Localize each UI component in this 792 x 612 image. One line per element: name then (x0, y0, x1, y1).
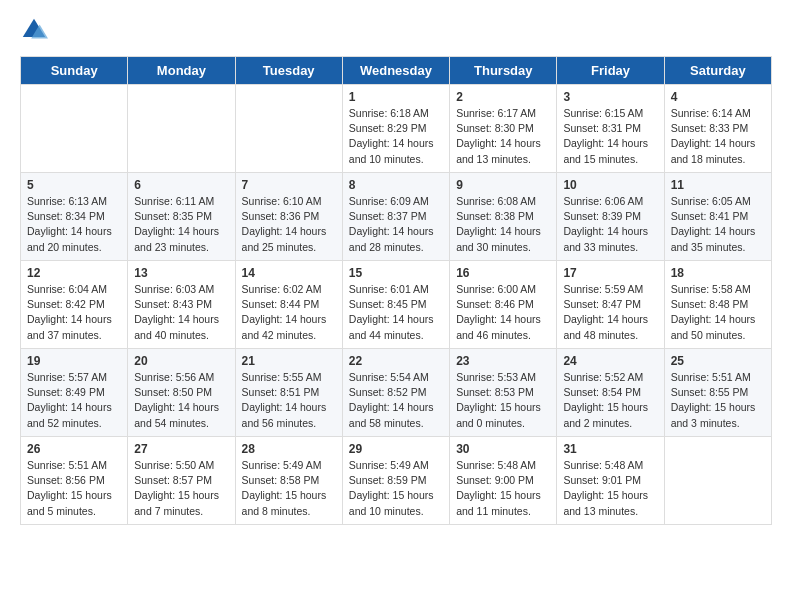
calendar-cell: 30Sunrise: 5:48 AM Sunset: 9:00 PM Dayli… (450, 437, 557, 525)
calendar-cell: 4Sunrise: 6:14 AM Sunset: 8:33 PM Daylig… (664, 85, 771, 173)
day-info: Sunrise: 5:51 AM Sunset: 8:55 PM Dayligh… (671, 370, 765, 431)
calendar-cell (128, 85, 235, 173)
day-info: Sunrise: 6:13 AM Sunset: 8:34 PM Dayligh… (27, 194, 121, 255)
day-info: Sunrise: 6:06 AM Sunset: 8:39 PM Dayligh… (563, 194, 657, 255)
day-info: Sunrise: 6:08 AM Sunset: 8:38 PM Dayligh… (456, 194, 550, 255)
calendar-cell: 17Sunrise: 5:59 AM Sunset: 8:47 PM Dayli… (557, 261, 664, 349)
day-number: 18 (671, 266, 765, 280)
day-of-week-header: Tuesday (235, 57, 342, 85)
calendar-cell: 10Sunrise: 6:06 AM Sunset: 8:39 PM Dayli… (557, 173, 664, 261)
day-number: 19 (27, 354, 121, 368)
day-number: 9 (456, 178, 550, 192)
day-info: Sunrise: 5:49 AM Sunset: 8:59 PM Dayligh… (349, 458, 443, 519)
day-number: 29 (349, 442, 443, 456)
calendar-cell: 21Sunrise: 5:55 AM Sunset: 8:51 PM Dayli… (235, 349, 342, 437)
day-number: 24 (563, 354, 657, 368)
logo (20, 16, 52, 44)
day-info: Sunrise: 5:57 AM Sunset: 8:49 PM Dayligh… (27, 370, 121, 431)
calendar-cell (664, 437, 771, 525)
calendar-cell: 25Sunrise: 5:51 AM Sunset: 8:55 PM Dayli… (664, 349, 771, 437)
day-info: Sunrise: 5:51 AM Sunset: 8:56 PM Dayligh… (27, 458, 121, 519)
day-info: Sunrise: 5:48 AM Sunset: 9:00 PM Dayligh… (456, 458, 550, 519)
calendar-cell: 1Sunrise: 6:18 AM Sunset: 8:29 PM Daylig… (342, 85, 449, 173)
calendar-cell: 23Sunrise: 5:53 AM Sunset: 8:53 PM Dayli… (450, 349, 557, 437)
day-info: Sunrise: 5:48 AM Sunset: 9:01 PM Dayligh… (563, 458, 657, 519)
page-header (20, 16, 772, 44)
day-number: 7 (242, 178, 336, 192)
calendar-week-row: 5Sunrise: 6:13 AM Sunset: 8:34 PM Daylig… (21, 173, 772, 261)
day-info: Sunrise: 5:53 AM Sunset: 8:53 PM Dayligh… (456, 370, 550, 431)
day-info: Sunrise: 6:09 AM Sunset: 8:37 PM Dayligh… (349, 194, 443, 255)
calendar-header-row: SundayMondayTuesdayWednesdayThursdayFrid… (21, 57, 772, 85)
day-number: 3 (563, 90, 657, 104)
calendar-cell: 24Sunrise: 5:52 AM Sunset: 8:54 PM Dayli… (557, 349, 664, 437)
logo-icon (20, 16, 48, 44)
day-number: 28 (242, 442, 336, 456)
day-number: 17 (563, 266, 657, 280)
day-info: Sunrise: 6:01 AM Sunset: 8:45 PM Dayligh… (349, 282, 443, 343)
calendar-cell: 8Sunrise: 6:09 AM Sunset: 8:37 PM Daylig… (342, 173, 449, 261)
day-number: 10 (563, 178, 657, 192)
calendar-cell: 31Sunrise: 5:48 AM Sunset: 9:01 PM Dayli… (557, 437, 664, 525)
calendar-cell: 19Sunrise: 5:57 AM Sunset: 8:49 PM Dayli… (21, 349, 128, 437)
day-number: 4 (671, 90, 765, 104)
calendar-cell: 26Sunrise: 5:51 AM Sunset: 8:56 PM Dayli… (21, 437, 128, 525)
day-number: 2 (456, 90, 550, 104)
day-info: Sunrise: 6:02 AM Sunset: 8:44 PM Dayligh… (242, 282, 336, 343)
day-number: 8 (349, 178, 443, 192)
calendar-cell: 7Sunrise: 6:10 AM Sunset: 8:36 PM Daylig… (235, 173, 342, 261)
day-number: 11 (671, 178, 765, 192)
calendar-cell: 20Sunrise: 5:56 AM Sunset: 8:50 PM Dayli… (128, 349, 235, 437)
day-info: Sunrise: 6:03 AM Sunset: 8:43 PM Dayligh… (134, 282, 228, 343)
day-number: 30 (456, 442, 550, 456)
day-number: 12 (27, 266, 121, 280)
day-info: Sunrise: 6:15 AM Sunset: 8:31 PM Dayligh… (563, 106, 657, 167)
calendar-week-row: 26Sunrise: 5:51 AM Sunset: 8:56 PM Dayli… (21, 437, 772, 525)
day-of-week-header: Sunday (21, 57, 128, 85)
calendar-table: SundayMondayTuesdayWednesdayThursdayFrid… (20, 56, 772, 525)
day-number: 6 (134, 178, 228, 192)
calendar-cell: 14Sunrise: 6:02 AM Sunset: 8:44 PM Dayli… (235, 261, 342, 349)
day-of-week-header: Friday (557, 57, 664, 85)
day-info: Sunrise: 6:04 AM Sunset: 8:42 PM Dayligh… (27, 282, 121, 343)
day-of-week-header: Saturday (664, 57, 771, 85)
day-of-week-header: Thursday (450, 57, 557, 85)
day-of-week-header: Wednesday (342, 57, 449, 85)
day-info: Sunrise: 5:58 AM Sunset: 8:48 PM Dayligh… (671, 282, 765, 343)
calendar-cell (21, 85, 128, 173)
calendar-cell: 5Sunrise: 6:13 AM Sunset: 8:34 PM Daylig… (21, 173, 128, 261)
calendar-cell: 29Sunrise: 5:49 AM Sunset: 8:59 PM Dayli… (342, 437, 449, 525)
day-info: Sunrise: 5:50 AM Sunset: 8:57 PM Dayligh… (134, 458, 228, 519)
calendar-cell: 27Sunrise: 5:50 AM Sunset: 8:57 PM Dayli… (128, 437, 235, 525)
day-info: Sunrise: 5:54 AM Sunset: 8:52 PM Dayligh… (349, 370, 443, 431)
day-info: Sunrise: 6:18 AM Sunset: 8:29 PM Dayligh… (349, 106, 443, 167)
day-info: Sunrise: 6:17 AM Sunset: 8:30 PM Dayligh… (456, 106, 550, 167)
day-info: Sunrise: 5:56 AM Sunset: 8:50 PM Dayligh… (134, 370, 228, 431)
day-info: Sunrise: 6:11 AM Sunset: 8:35 PM Dayligh… (134, 194, 228, 255)
day-info: Sunrise: 5:59 AM Sunset: 8:47 PM Dayligh… (563, 282, 657, 343)
calendar-week-row: 1Sunrise: 6:18 AM Sunset: 8:29 PM Daylig… (21, 85, 772, 173)
day-info: Sunrise: 6:10 AM Sunset: 8:36 PM Dayligh… (242, 194, 336, 255)
calendar-cell: 18Sunrise: 5:58 AM Sunset: 8:48 PM Dayli… (664, 261, 771, 349)
calendar-cell: 22Sunrise: 5:54 AM Sunset: 8:52 PM Dayli… (342, 349, 449, 437)
day-number: 21 (242, 354, 336, 368)
calendar-cell: 15Sunrise: 6:01 AM Sunset: 8:45 PM Dayli… (342, 261, 449, 349)
calendar-cell (235, 85, 342, 173)
day-number: 14 (242, 266, 336, 280)
calendar-cell: 28Sunrise: 5:49 AM Sunset: 8:58 PM Dayli… (235, 437, 342, 525)
day-number: 1 (349, 90, 443, 104)
calendar-cell: 13Sunrise: 6:03 AM Sunset: 8:43 PM Dayli… (128, 261, 235, 349)
day-info: Sunrise: 6:05 AM Sunset: 8:41 PM Dayligh… (671, 194, 765, 255)
day-number: 25 (671, 354, 765, 368)
calendar-cell: 2Sunrise: 6:17 AM Sunset: 8:30 PM Daylig… (450, 85, 557, 173)
day-number: 20 (134, 354, 228, 368)
day-number: 5 (27, 178, 121, 192)
day-number: 23 (456, 354, 550, 368)
day-info: Sunrise: 5:52 AM Sunset: 8:54 PM Dayligh… (563, 370, 657, 431)
day-info: Sunrise: 6:14 AM Sunset: 8:33 PM Dayligh… (671, 106, 765, 167)
day-number: 31 (563, 442, 657, 456)
calendar-cell: 11Sunrise: 6:05 AM Sunset: 8:41 PM Dayli… (664, 173, 771, 261)
day-number: 22 (349, 354, 443, 368)
day-info: Sunrise: 6:00 AM Sunset: 8:46 PM Dayligh… (456, 282, 550, 343)
calendar-cell: 16Sunrise: 6:00 AM Sunset: 8:46 PM Dayli… (450, 261, 557, 349)
